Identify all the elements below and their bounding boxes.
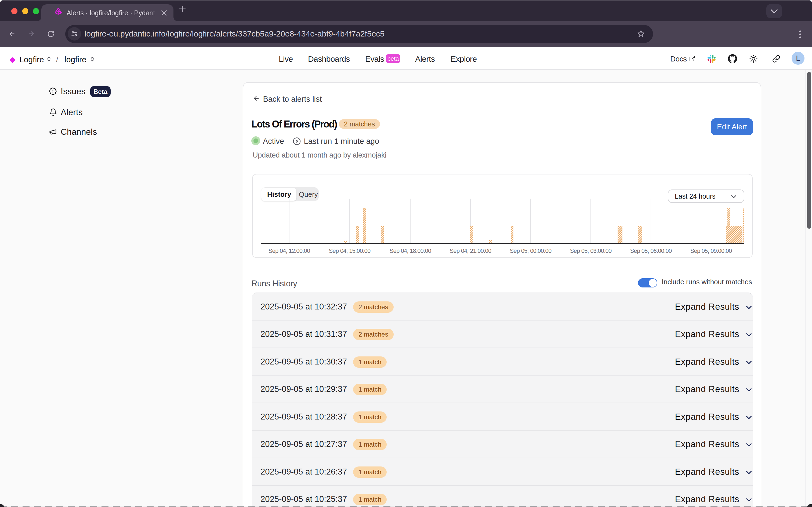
- svg-text:Sep 05, 06:00:00: Sep 05, 06:00:00: [630, 247, 671, 254]
- svg-text:Sep 05, 03:00:00: Sep 05, 03:00:00: [570, 247, 611, 254]
- svg-text:Sep 04, 21:00:00: Sep 04, 21:00:00: [449, 247, 491, 254]
- svg-text:Sep 04, 15:00:00: Sep 04, 15:00:00: [329, 247, 370, 254]
- svg-text:Sep 05, 00:00:00: Sep 05, 00:00:00: [510, 247, 551, 254]
- svg-text:Sep 04, 18:00:00: Sep 04, 18:00:00: [389, 247, 431, 254]
- svg-text:Sep 04, 12:00:00: Sep 04, 12:00:00: [268, 247, 310, 254]
- svg-text:Sep 05, 09:00:00: Sep 05, 09:00:00: [690, 247, 732, 254]
